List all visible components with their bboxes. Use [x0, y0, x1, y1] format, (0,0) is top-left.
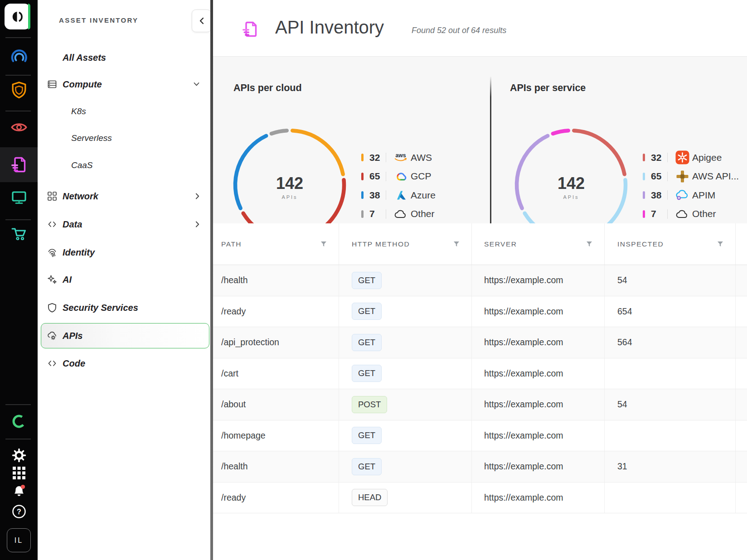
legend-apis-per-service: 32Apigee65AWS API...38APIM7Other	[643, 148, 739, 223]
table-row[interactable]: /healthGEThttps://example.com54	[213, 265, 747, 296]
sidebar-item-identity[interactable]: Identity	[38, 241, 210, 264]
legend-label: APIM	[692, 190, 715, 201]
sidebar-collapse-button[interactable]	[192, 10, 211, 32]
cell-path: /api_protection	[213, 327, 339, 358]
legend-separator	[667, 172, 668, 181]
legend-color-bar	[643, 210, 645, 218]
sidebar-item-compute[interactable]: Compute	[38, 73, 210, 96]
page-title: API Inventory	[275, 17, 384, 38]
table-row[interactable]: /healthGEThttps://example.com31	[213, 451, 747, 483]
sidebar-item-data[interactable]: Data	[38, 213, 210, 236]
legend-label: Other	[692, 208, 716, 219]
column-header-server: SERVER	[472, 223, 605, 265]
sidebar-item-k8s[interactable]: K8s	[38, 100, 210, 123]
legend-separator	[667, 209, 668, 219]
apps-grid-icon[interactable]	[0, 467, 38, 479]
azure-logo	[393, 190, 408, 201]
shield-icon[interactable]	[0, 81, 38, 100]
sidebar-item-network[interactable]: Network	[38, 185, 210, 208]
legend-item-apim: 38APIM	[643, 186, 739, 205]
http-method-badge: GET	[352, 365, 382, 382]
legend-separator	[667, 190, 668, 200]
legend-value: 32	[369, 152, 385, 163]
table-row[interactable]: /api_protectionGEThttps://example.com564	[213, 327, 747, 358]
cloud-gear-icon	[47, 330, 58, 341]
legend-value: 7	[369, 208, 385, 219]
apim-logo	[675, 189, 689, 201]
cell-server: https://example.com	[472, 483, 605, 513]
table-row[interactable]: /cartGEThttps://example.com	[213, 358, 747, 390]
apigee-logo	[675, 150, 689, 164]
gcp-logo	[393, 171, 408, 182]
chevron-right-icon[interactable]	[195, 221, 199, 227]
aws-api-gateway-logo	[675, 170, 689, 183]
orca-logo[interactable]	[5, 4, 30, 29]
page-header: API Inventory Found 52 out of 64 results	[213, 0, 747, 57]
rail-divider	[5, 404, 31, 405]
donut-segment-apigee	[574, 130, 624, 174]
cell-inspected: 564	[605, 327, 736, 358]
sidebar-item-label: K8s	[71, 106, 86, 116]
cell-inspected: 54	[605, 265, 736, 296]
cell-http-method: GET	[339, 296, 472, 327]
table-row[interactable]: /homepageGEThttps://example.com	[213, 420, 747, 452]
cell-http-method: POST	[339, 389, 472, 420]
sidebar-item-apis[interactable]: APIs	[38, 324, 210, 347]
legend-color-bar	[361, 173, 364, 180]
legend-item-aws-api-: 65AWS API...	[643, 167, 739, 186]
sidebar-item-all-assets[interactable]: All Assets	[38, 46, 210, 69]
chevron-right-icon[interactable]	[195, 193, 199, 199]
chevron-down-icon[interactable]	[194, 82, 199, 87]
api-document-icon[interactable]	[0, 156, 38, 174]
sidebar-item-label: Data	[63, 219, 82, 230]
sidebar-item-label: CaaS	[71, 160, 93, 170]
sidebar-item-caas[interactable]: CaaS	[38, 154, 210, 177]
http-method-badge: GET	[352, 334, 382, 351]
monitor-icon[interactable]	[0, 189, 38, 206]
table-row[interactable]: /readyGEThttps://example.com654	[213, 296, 747, 328]
legend-value: 65	[651, 171, 666, 182]
gear-icon[interactable]	[0, 448, 38, 463]
cell-path: /homepage	[213, 420, 339, 451]
cell-inspected: 31	[605, 451, 736, 482]
sidebar-item-security-services[interactable]: Security Services	[38, 296, 210, 319]
legend-label: Other	[411, 208, 435, 219]
sidebar-item-label: AI	[63, 275, 72, 285]
filter-funnel-icon[interactable]	[586, 241, 592, 247]
rail-divider	[5, 439, 31, 439]
cell-path: /ready	[213, 296, 339, 327]
cart-icon[interactable]	[0, 226, 38, 243]
fingerprint-icon	[47, 247, 58, 258]
sidebar-item-serverless[interactable]: Serverless	[38, 127, 210, 150]
eye-icon[interactable]	[0, 119, 38, 135]
legend-item-aws: 32awsAWS	[361, 148, 436, 167]
legend-separator	[386, 153, 386, 162]
cell-http-method: GET	[339, 420, 472, 451]
orca-ring-icon[interactable]	[0, 412, 38, 430]
rail-divider	[5, 75, 31, 76]
cell-http-method: GET	[339, 327, 472, 358]
filter-funnel-icon[interactable]	[717, 241, 723, 247]
chevron-left-icon	[199, 17, 204, 25]
code-icon	[47, 219, 58, 230]
filter-funnel-icon[interactable]	[320, 241, 327, 247]
sidebar-item-code[interactable]: Code	[38, 352, 210, 375]
table-row[interactable]: /readyHEADhttps://example.com	[213, 483, 747, 514]
cloud-outline-icon	[393, 209, 408, 219]
bell-icon[interactable]	[0, 483, 38, 500]
table-header-row: PATHHTTP METHODSERVERINSPECTED	[213, 223, 747, 265]
legend-value: 38	[651, 190, 666, 201]
table-row[interactable]: /aboutPOSThttps://example.com54	[213, 389, 747, 420]
filter-funnel-icon[interactable]	[453, 241, 460, 247]
column-header-stub	[736, 223, 747, 265]
column-header-inspected: INSPECTED	[605, 223, 736, 265]
help-icon[interactable]: ?	[0, 504, 38, 519]
sidebar-item-ai[interactable]: AI	[38, 268, 210, 291]
sidebar-item-label: Serverless	[71, 133, 112, 143]
column-header-label: PATH	[221, 240, 242, 248]
legend-color-bar	[643, 154, 645, 161]
user-avatar-initials[interactable]: IL	[7, 528, 31, 552]
gauge-icon[interactable]	[0, 47, 38, 66]
svg-text:?: ?	[17, 508, 21, 516]
network-icon	[47, 191, 58, 202]
